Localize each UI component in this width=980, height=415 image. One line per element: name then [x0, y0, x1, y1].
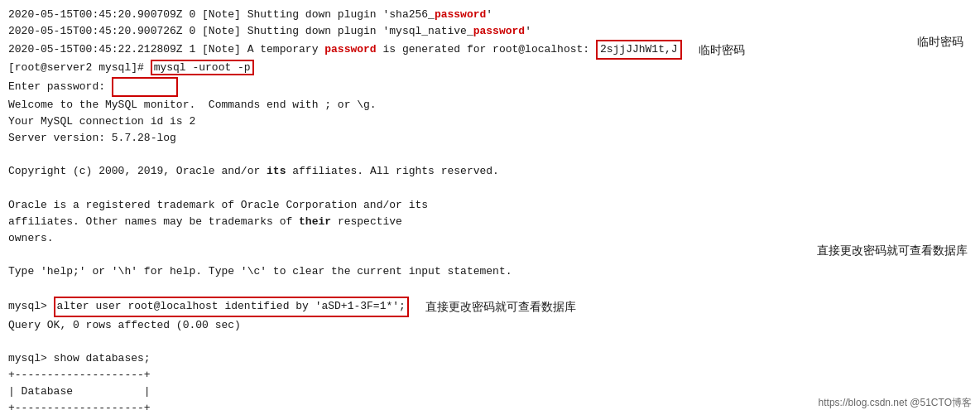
help-line: Type 'help;' or '\h' for help. Type '\c'… [8, 263, 972, 280]
alter-command-line: mysql> alter user root@localhost identif… [8, 297, 972, 316]
temp-password-value: 2sjjJJhW1t,J [596, 40, 682, 60]
keyword-password-1: password [435, 8, 486, 21]
log-text-1b: ' [486, 8, 492, 21]
prompt-1: [root@server2 mysql]# [8, 61, 151, 74]
connection-id-line: Your MySQL connection id is 2 [8, 113, 972, 130]
log-line-1: 2020-05-15T00:45:20.900709Z 0 [Note] Shu… [8, 7, 972, 23]
enter-password-text: Enter password: [8, 80, 112, 93]
keyword-password-2: password [473, 25, 525, 37]
alter-command: alter user root@localhost identified by … [54, 297, 409, 316]
log-line-2: 2020-05-15T00:45:20.900726Z 0 [Note] Shu… [8, 23, 972, 40]
copyright-line: Copyright (c) 2000, 2019, Oracle and/or … [8, 163, 972, 180]
password-input-box [112, 77, 178, 97]
blank-5 [8, 334, 972, 350]
footer-url: https://blog.csdn.net [819, 397, 907, 408]
show-databases-line: mysql> show databases; [8, 350, 972, 367]
log-text-3b: is generated for root@localhost: [377, 41, 596, 58]
server-version-line: Server version: 5.7.28-log [8, 130, 972, 147]
query-ok-line: Query OK, 0 rows affected (0.00 sec) [8, 317, 972, 334]
annotation-change-password: 直接更改密码就可查看数据库 [425, 298, 576, 316]
trademark-line-2: affiliates. Other names may be trademark… [8, 214, 972, 230]
enter-password-line: Enter password: [8, 77, 972, 97]
annotation-temp-password-abs: 临时密码 [917, 35, 963, 50]
command-line-1: [root@server2 mysql]# mysql -uroot -p [8, 60, 972, 76]
terminal: 2020-05-15T00:45:20.900709Z 0 [Note] Shu… [0, 0, 980, 415]
log-text-1: 2020-05-15T00:45:20.900709Z 0 [Note] Shu… [8, 8, 435, 21]
mysql-prompt-1: mysql> [8, 298, 54, 315]
footer: https://blog.csdn.net @51CTO博客 [819, 396, 972, 410]
log-line-3: 2020-05-15T00:45:22.212809Z 1 [Note] A t… [8, 40, 972, 60]
welcome-line: Welcome to the MySQL monitor. Commands e… [8, 97, 972, 113]
annotation-temp-password: 临时密码 [699, 41, 745, 60]
log-text-3a: 2020-05-15T00:45:22.212809Z 1 [Note] A t… [8, 41, 324, 58]
keyword-password-3: password [324, 41, 376, 58]
log-text-2b: ' [525, 25, 531, 37]
trademark-line-1: Oracle is a registered trademark of Orac… [8, 197, 972, 214]
blank-1 [8, 147, 972, 163]
annotation-change-password-abs: 直接更改密码就可查看数据库 [817, 244, 968, 258]
blank-4 [8, 280, 972, 297]
blank-2 [8, 180, 972, 196]
mysql-command: mysql -uroot -p [151, 60, 254, 75]
log-text-2: 2020-05-15T00:45:20.900726Z 0 [Note] Shu… [8, 25, 473, 37]
footer-site: @51CTO博客 [910, 397, 972, 408]
db-separator-1: +--------------------+ [8, 367, 972, 384]
